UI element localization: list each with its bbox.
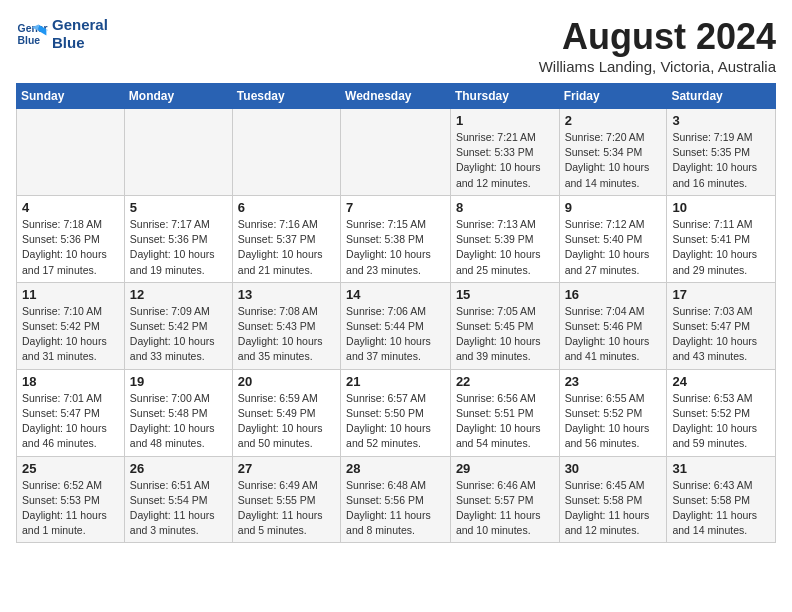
day-cell: 17Sunrise: 7:03 AM Sunset: 5:47 PM Dayli… [667, 282, 776, 369]
day-info: Sunrise: 7:00 AM Sunset: 5:48 PM Dayligh… [130, 391, 227, 452]
day-number: 12 [130, 287, 227, 302]
day-number: 26 [130, 461, 227, 476]
day-number: 16 [565, 287, 662, 302]
day-cell: 8Sunrise: 7:13 AM Sunset: 5:39 PM Daylig… [450, 195, 559, 282]
day-info: Sunrise: 7:04 AM Sunset: 5:46 PM Dayligh… [565, 304, 662, 365]
svg-text:Blue: Blue [18, 35, 41, 46]
day-number: 30 [565, 461, 662, 476]
day-info: Sunrise: 6:51 AM Sunset: 5:54 PM Dayligh… [130, 478, 227, 539]
day-cell: 27Sunrise: 6:49 AM Sunset: 5:55 PM Dayli… [232, 456, 340, 543]
day-cell: 1Sunrise: 7:21 AM Sunset: 5:33 PM Daylig… [450, 109, 559, 196]
day-cell: 9Sunrise: 7:12 AM Sunset: 5:40 PM Daylig… [559, 195, 667, 282]
weekday-header-tuesday: Tuesday [232, 84, 340, 109]
day-number: 24 [672, 374, 770, 389]
week-row-1: 1Sunrise: 7:21 AM Sunset: 5:33 PM Daylig… [17, 109, 776, 196]
day-cell: 5Sunrise: 7:17 AM Sunset: 5:36 PM Daylig… [124, 195, 232, 282]
day-number: 11 [22, 287, 119, 302]
day-cell: 3Sunrise: 7:19 AM Sunset: 5:35 PM Daylig… [667, 109, 776, 196]
day-info: Sunrise: 7:10 AM Sunset: 5:42 PM Dayligh… [22, 304, 119, 365]
day-cell: 10Sunrise: 7:11 AM Sunset: 5:41 PM Dayli… [667, 195, 776, 282]
day-cell [17, 109, 125, 196]
day-cell: 26Sunrise: 6:51 AM Sunset: 5:54 PM Dayli… [124, 456, 232, 543]
day-number: 6 [238, 200, 335, 215]
day-info: Sunrise: 7:11 AM Sunset: 5:41 PM Dayligh… [672, 217, 770, 278]
day-number: 15 [456, 287, 554, 302]
day-info: Sunrise: 7:03 AM Sunset: 5:47 PM Dayligh… [672, 304, 770, 365]
day-info: Sunrise: 6:52 AM Sunset: 5:53 PM Dayligh… [22, 478, 119, 539]
day-info: Sunrise: 6:55 AM Sunset: 5:52 PM Dayligh… [565, 391, 662, 452]
day-cell: 30Sunrise: 6:45 AM Sunset: 5:58 PM Dayli… [559, 456, 667, 543]
day-cell: 7Sunrise: 7:15 AM Sunset: 5:38 PM Daylig… [341, 195, 451, 282]
day-cell: 22Sunrise: 6:56 AM Sunset: 5:51 PM Dayli… [450, 369, 559, 456]
weekday-header-wednesday: Wednesday [341, 84, 451, 109]
day-info: Sunrise: 7:12 AM Sunset: 5:40 PM Dayligh… [565, 217, 662, 278]
day-info: Sunrise: 7:13 AM Sunset: 5:39 PM Dayligh… [456, 217, 554, 278]
title-area: August 2024 Williams Landing, Victoria, … [539, 16, 776, 75]
day-number: 18 [22, 374, 119, 389]
day-info: Sunrise: 6:43 AM Sunset: 5:58 PM Dayligh… [672, 478, 770, 539]
day-cell: 23Sunrise: 6:55 AM Sunset: 5:52 PM Dayli… [559, 369, 667, 456]
day-cell: 11Sunrise: 7:10 AM Sunset: 5:42 PM Dayli… [17, 282, 125, 369]
weekday-header-row: SundayMondayTuesdayWednesdayThursdayFrid… [17, 84, 776, 109]
day-cell: 2Sunrise: 7:20 AM Sunset: 5:34 PM Daylig… [559, 109, 667, 196]
calendar-table: SundayMondayTuesdayWednesdayThursdayFrid… [16, 83, 776, 543]
day-number: 22 [456, 374, 554, 389]
day-number: 17 [672, 287, 770, 302]
day-info: Sunrise: 6:53 AM Sunset: 5:52 PM Dayligh… [672, 391, 770, 452]
day-info: Sunrise: 6:48 AM Sunset: 5:56 PM Dayligh… [346, 478, 445, 539]
day-info: Sunrise: 7:19 AM Sunset: 5:35 PM Dayligh… [672, 130, 770, 191]
day-cell: 21Sunrise: 6:57 AM Sunset: 5:50 PM Dayli… [341, 369, 451, 456]
week-row-3: 11Sunrise: 7:10 AM Sunset: 5:42 PM Dayli… [17, 282, 776, 369]
day-cell: 12Sunrise: 7:09 AM Sunset: 5:42 PM Dayli… [124, 282, 232, 369]
day-info: Sunrise: 6:49 AM Sunset: 5:55 PM Dayligh… [238, 478, 335, 539]
day-cell [341, 109, 451, 196]
day-number: 19 [130, 374, 227, 389]
logo-text: General Blue [52, 16, 108, 52]
day-number: 9 [565, 200, 662, 215]
day-number: 1 [456, 113, 554, 128]
day-info: Sunrise: 7:16 AM Sunset: 5:37 PM Dayligh… [238, 217, 335, 278]
week-row-2: 4Sunrise: 7:18 AM Sunset: 5:36 PM Daylig… [17, 195, 776, 282]
day-cell: 16Sunrise: 7:04 AM Sunset: 5:46 PM Dayli… [559, 282, 667, 369]
day-info: Sunrise: 7:17 AM Sunset: 5:36 PM Dayligh… [130, 217, 227, 278]
month-title: August 2024 [539, 16, 776, 58]
day-info: Sunrise: 7:05 AM Sunset: 5:45 PM Dayligh… [456, 304, 554, 365]
day-cell: 29Sunrise: 6:46 AM Sunset: 5:57 PM Dayli… [450, 456, 559, 543]
day-number: 2 [565, 113, 662, 128]
day-number: 7 [346, 200, 445, 215]
day-info: Sunrise: 6:45 AM Sunset: 5:58 PM Dayligh… [565, 478, 662, 539]
day-cell: 4Sunrise: 7:18 AM Sunset: 5:36 PM Daylig… [17, 195, 125, 282]
weekday-header-thursday: Thursday [450, 84, 559, 109]
day-number: 31 [672, 461, 770, 476]
day-info: Sunrise: 7:18 AM Sunset: 5:36 PM Dayligh… [22, 217, 119, 278]
day-cell: 18Sunrise: 7:01 AM Sunset: 5:47 PM Dayli… [17, 369, 125, 456]
day-number: 14 [346, 287, 445, 302]
day-number: 13 [238, 287, 335, 302]
week-row-4: 18Sunrise: 7:01 AM Sunset: 5:47 PM Dayli… [17, 369, 776, 456]
day-info: Sunrise: 7:06 AM Sunset: 5:44 PM Dayligh… [346, 304, 445, 365]
weekday-header-monday: Monday [124, 84, 232, 109]
day-info: Sunrise: 6:56 AM Sunset: 5:51 PM Dayligh… [456, 391, 554, 452]
day-info: Sunrise: 7:15 AM Sunset: 5:38 PM Dayligh… [346, 217, 445, 278]
day-cell: 14Sunrise: 7:06 AM Sunset: 5:44 PM Dayli… [341, 282, 451, 369]
page-header: General Blue General Blue August 2024 Wi… [16, 16, 776, 75]
weekday-header-sunday: Sunday [17, 84, 125, 109]
day-cell: 24Sunrise: 6:53 AM Sunset: 5:52 PM Dayli… [667, 369, 776, 456]
day-cell [124, 109, 232, 196]
day-number: 23 [565, 374, 662, 389]
day-number: 8 [456, 200, 554, 215]
day-number: 28 [346, 461, 445, 476]
day-cell: 28Sunrise: 6:48 AM Sunset: 5:56 PM Dayli… [341, 456, 451, 543]
day-number: 25 [22, 461, 119, 476]
day-info: Sunrise: 7:08 AM Sunset: 5:43 PM Dayligh… [238, 304, 335, 365]
day-cell: 15Sunrise: 7:05 AM Sunset: 5:45 PM Dayli… [450, 282, 559, 369]
day-cell: 20Sunrise: 6:59 AM Sunset: 5:49 PM Dayli… [232, 369, 340, 456]
day-number: 4 [22, 200, 119, 215]
day-cell: 25Sunrise: 6:52 AM Sunset: 5:53 PM Dayli… [17, 456, 125, 543]
location-title: Williams Landing, Victoria, Australia [539, 58, 776, 75]
weekday-header-friday: Friday [559, 84, 667, 109]
day-number: 29 [456, 461, 554, 476]
day-cell: 6Sunrise: 7:16 AM Sunset: 5:37 PM Daylig… [232, 195, 340, 282]
day-cell: 31Sunrise: 6:43 AM Sunset: 5:58 PM Dayli… [667, 456, 776, 543]
weekday-header-saturday: Saturday [667, 84, 776, 109]
